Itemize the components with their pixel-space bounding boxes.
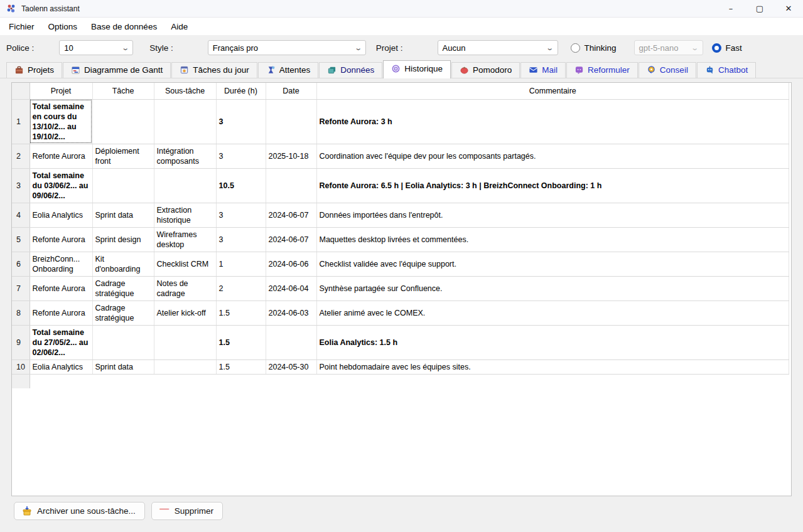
style-select[interactable]: Français pro ⌄ <box>208 40 366 55</box>
cell-commentaire[interactable]: Maquettes desktop livrées et commentées. <box>316 227 789 252</box>
cell-sous_tache[interactable] <box>154 359 216 374</box>
cell-duree[interactable]: 1.5 <box>216 325 266 359</box>
cell-projet[interactable]: Total semaine en cours du 13/10/2... au … <box>30 99 92 144</box>
cell-commentaire[interactable]: Atelier animé avec le COMEX. <box>316 301 789 325</box>
cell-sous_tache[interactable]: Notes de cadrage <box>154 276 216 301</box>
col-header-sous-tache[interactable]: Sous-tâche <box>154 83 216 99</box>
table-row: 2Refonte AuroraDéploiement frontIntégrat… <box>12 144 789 168</box>
minimize-button[interactable]: – <box>716 0 745 17</box>
cell-sous_tache[interactable]: Extraction historique <box>154 203 216 227</box>
cell-projet[interactable]: Total semaine du 27/05/2... au 02/06/2..… <box>30 325 92 359</box>
col-header-projet[interactable]: Projet <box>30 83 92 99</box>
table-row: 6BreizhConn... OnboardingKit d'onboardin… <box>12 252 789 276</box>
tab-projets[interactable]: Projets <box>6 62 62 78</box>
cell-duree[interactable]: 2 <box>216 276 266 301</box>
cell-duree[interactable]: 1.5 <box>216 359 266 374</box>
cell-date[interactable] <box>266 325 316 359</box>
maximize-button[interactable]: ▢ <box>745 0 774 17</box>
cell-commentaire[interactable]: Synthèse partagée sur Confluence. <box>316 276 789 301</box>
cell-sous_tache[interactable]: Wireframes desktop <box>154 227 216 252</box>
cell-duree[interactable]: 1 <box>216 252 266 276</box>
cell-sous_tache[interactable] <box>154 99 216 144</box>
cell-tache[interactable]: Cadrage stratégique <box>92 276 154 301</box>
tab-chatbot[interactable]: Chatbot <box>697 62 756 78</box>
projet-select[interactable]: Aucun ⌄ <box>438 40 558 55</box>
cell-tache[interactable]: Sprint design <box>92 227 154 252</box>
cell-commentaire[interactable]: Point hebdomadaire avec les équipes site… <box>316 359 789 374</box>
cell-tache[interactable]: Kit d'onboarding <box>92 252 154 276</box>
cell-tache[interactable]: Déploiement front <box>92 144 154 168</box>
cell-date[interactable]: 2024-05-30 <box>266 359 316 374</box>
archive-box-icon <box>22 506 32 516</box>
tab-historique[interactable]: Historique <box>383 60 451 78</box>
archive-subtask-button[interactable]: Archiver une sous-tâche... <box>14 502 145 520</box>
cell-projet[interactable]: Refonte Aurora <box>30 227 92 252</box>
menu-aide[interactable]: Aide <box>164 19 194 34</box>
cell-commentaire[interactable]: Checklist validée avec l'équipe support. <box>316 252 789 276</box>
cell-projet[interactable]: Refonte Aurora <box>30 276 92 301</box>
delete-button[interactable]: — Supprimer <box>151 502 223 520</box>
cell-commentaire[interactable]: Refonte Aurora: 3 h <box>316 99 789 144</box>
tab-reformuler[interactable]: Reformuler <box>566 62 638 78</box>
cell-date[interactable]: 2024-06-04 <box>266 276 316 301</box>
cell-date[interactable]: 2024-06-06 <box>266 252 316 276</box>
menu-options[interactable]: Options <box>42 19 84 34</box>
tab-donnees[interactable]: Données <box>319 62 382 78</box>
cell-projet[interactable]: Eolia Analytics <box>30 203 92 227</box>
tab-pomodoro[interactable]: Pomodoro <box>451 62 520 78</box>
cell-tache[interactable] <box>92 168 154 203</box>
tab-diagramme-de-gantt[interactable]: Diagramme de Gantt <box>63 62 171 78</box>
cell-duree[interactable]: 3 <box>216 99 266 144</box>
cell-sous_tache[interactable]: Atelier kick-off <box>154 301 216 325</box>
close-button[interactable]: ✕ <box>774 0 803 17</box>
cell-date[interactable]: 2025-10-18 <box>266 144 316 168</box>
col-header-commentaire[interactable]: Commentaire <box>316 83 789 99</box>
tab-conseil[interactable]: Conseil <box>639 62 696 78</box>
cell-date[interactable]: 2024-06-07 <box>266 203 316 227</box>
col-header-duree[interactable]: Durée (h) <box>216 83 266 99</box>
empty-row-stub <box>12 374 789 388</box>
cell-tache[interactable]: Sprint data <box>92 359 154 374</box>
window-title: Taolenn assistant <box>21 4 716 13</box>
cell-num: 2 <box>12 144 30 168</box>
cell-duree[interactable]: 10.5 <box>216 168 266 203</box>
col-header-num[interactable] <box>12 83 30 99</box>
cell-sous_tache[interactable] <box>154 325 216 359</box>
cell-duree[interactable]: 3 <box>216 144 266 168</box>
cell-commentaire[interactable]: Eolia Analytics: 1.5 h <box>316 325 789 359</box>
col-header-tache[interactable]: Tâche <box>92 83 154 99</box>
police-select[interactable]: 10 ⌄ <box>59 40 133 55</box>
cell-duree[interactable]: 3 <box>216 227 266 252</box>
cell-sous_tache[interactable]: Checklist CRM <box>154 252 216 276</box>
cell-commentaire[interactable]: Coordination avec l'équipe dev pour les … <box>316 144 789 168</box>
tab-attentes[interactable]: Attentes <box>258 62 319 78</box>
cell-commentaire[interactable]: Refonte Aurora: 6.5 h | Eolia Analytics:… <box>316 168 789 203</box>
cell-sous_tache[interactable]: Intégration composants <box>154 144 216 168</box>
cell-tache[interactable]: Cadrage stratégique <box>92 301 154 325</box>
cell-projet[interactable]: Refonte Aurora <box>30 144 92 168</box>
cell-date[interactable]: 2024-06-03 <box>266 301 316 325</box>
radio-checked-icon <box>712 43 721 53</box>
cell-date[interactable]: 2024-06-07 <box>266 227 316 252</box>
cell-commentaire[interactable]: Données importées dans l'entrepôt. <box>316 203 789 227</box>
fast-radio[interactable]: Fast <box>712 43 742 53</box>
cell-sous_tache[interactable] <box>154 168 216 203</box>
menu-fichier[interactable]: Fichier <box>3 19 41 34</box>
cell-projet[interactable]: BreizhConn... Onboarding <box>30 252 92 276</box>
thinking-radio[interactable]: Thinking <box>571 43 617 53</box>
menu-base-de-donnees[interactable]: Base de données <box>85 19 163 34</box>
cell-projet[interactable]: Refonte Aurora <box>30 301 92 325</box>
tab-taches-du-jour[interactable]: Tâches du jour <box>171 62 257 78</box>
tab-mail[interactable]: Mail <box>520 62 566 78</box>
chevron-down-icon: ⌄ <box>354 44 362 52</box>
cell-duree[interactable]: 3 <box>216 203 266 227</box>
cell-tache[interactable] <box>92 99 154 144</box>
cell-date[interactable] <box>266 99 316 144</box>
cell-projet[interactable]: Eolia Analytics <box>30 359 92 374</box>
cell-tache[interactable] <box>92 325 154 359</box>
col-header-date[interactable]: Date <box>266 83 316 99</box>
cell-projet[interactable]: Total semaine du 03/06/2... au 09/06/2..… <box>30 168 92 203</box>
cell-duree[interactable]: 1.5 <box>216 301 266 325</box>
cell-tache[interactable]: Sprint data <box>92 203 154 227</box>
cell-date[interactable] <box>266 168 316 203</box>
